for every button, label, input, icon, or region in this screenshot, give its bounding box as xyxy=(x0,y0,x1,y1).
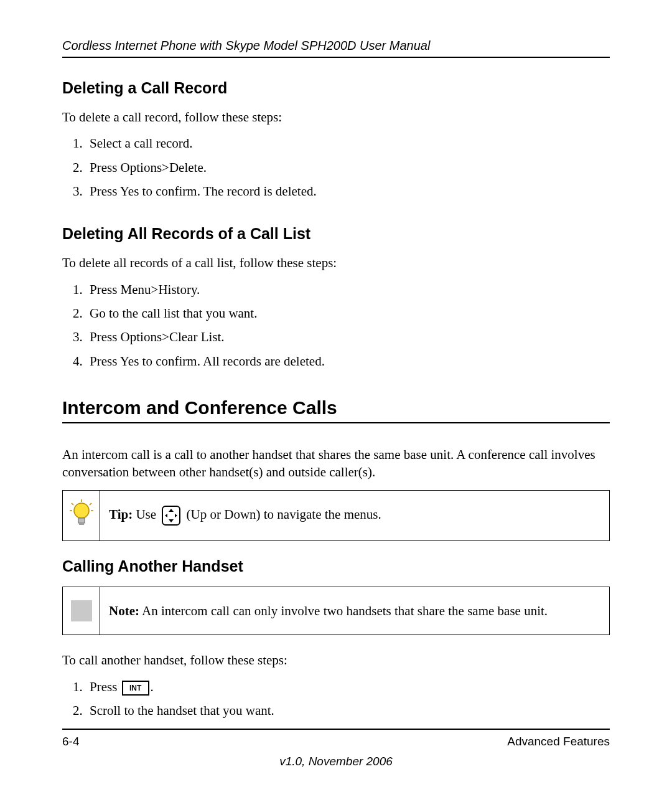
list-item: Press Menu>History. xyxy=(86,281,610,298)
footer-version: v1.0, November 2006 xyxy=(62,755,610,768)
tip-text: Tip: Use (Up or Down) to navigate the me… xyxy=(100,491,609,540)
steps-s1: Select a call record. Press Options>Dele… xyxy=(76,134,610,200)
tip-label: Tip: xyxy=(109,507,133,522)
running-header: Cordless Internet Phone with Skype Model… xyxy=(62,39,610,53)
svg-line-5 xyxy=(90,503,91,505)
list-item: Press Yes to confirm. All records are de… xyxy=(86,352,610,370)
footer-rule xyxy=(62,729,610,730)
heading-deleting-call-record: Deleting a Call Record xyxy=(62,79,610,97)
note-body: An intercom call can only involve two ha… xyxy=(139,603,548,618)
tip-after: (Up or Down) to navigate the menus. xyxy=(183,507,381,522)
page-number: 6-4 xyxy=(62,735,79,748)
note-label: Note: xyxy=(109,603,139,618)
note-callout: Note: An intercom call can only involve … xyxy=(62,587,610,635)
heading-calling-another-handset: Calling Another Handset xyxy=(62,557,610,575)
page-footer: 6-4 Advanced Features v1.0, November 200… xyxy=(62,724,610,768)
step1-prefix: Press xyxy=(90,679,121,694)
steps-s5: Press INT. Scroll to the handset that yo… xyxy=(76,678,610,720)
list-item: Select a call record. xyxy=(86,134,610,152)
para-intercom-desc: An intercom call is a call to another ha… xyxy=(62,446,610,481)
note-text: Note: An intercom call can only involve … xyxy=(100,587,609,635)
list-item: Press Yes to confirm. The record is dele… xyxy=(86,182,610,200)
intro-s1: To delete a call record, follow these st… xyxy=(62,108,610,126)
list-item: Press Options>Clear List. xyxy=(86,328,610,346)
intro-s2: To delete all records of a call list, fo… xyxy=(62,254,610,271)
list-item: Go to the call list that you want. xyxy=(86,304,610,322)
note-icon-cell xyxy=(63,587,100,635)
svg-line-4 xyxy=(72,503,73,505)
tip-icon-cell xyxy=(63,491,100,540)
list-item: Press Options>Delete. xyxy=(86,159,610,176)
steps-s2: Press Menu>History. Go to the call list … xyxy=(76,281,610,370)
step1-suffix: . xyxy=(151,679,154,694)
list-item: Scroll to the handset that you want. xyxy=(86,702,610,719)
tip-before: Use xyxy=(133,507,159,522)
h1-rule xyxy=(62,422,610,423)
heading-deleting-all-records: Deleting All Records of a Call List xyxy=(62,225,610,243)
tip-callout: Tip: Use (Up or Down) to navigate the me… xyxy=(62,490,610,541)
lightbulb-icon xyxy=(68,499,95,532)
int-key-icon: INT xyxy=(122,681,149,696)
svg-point-0 xyxy=(74,503,89,518)
svg-rect-1 xyxy=(78,518,85,523)
nav-updown-icon xyxy=(162,506,180,526)
header-rule xyxy=(62,57,610,58)
list-item: Press INT. xyxy=(86,678,610,696)
intro-s5: To call another handset, follow these st… xyxy=(62,651,610,669)
document-page: Cordless Internet Phone with Skype Model… xyxy=(0,0,672,807)
heading-intercom-conference: Intercom and Conference Calls xyxy=(62,397,610,418)
note-square-icon xyxy=(71,600,92,621)
footer-section-name: Advanced Features xyxy=(507,735,610,748)
svg-rect-2 xyxy=(79,523,84,525)
